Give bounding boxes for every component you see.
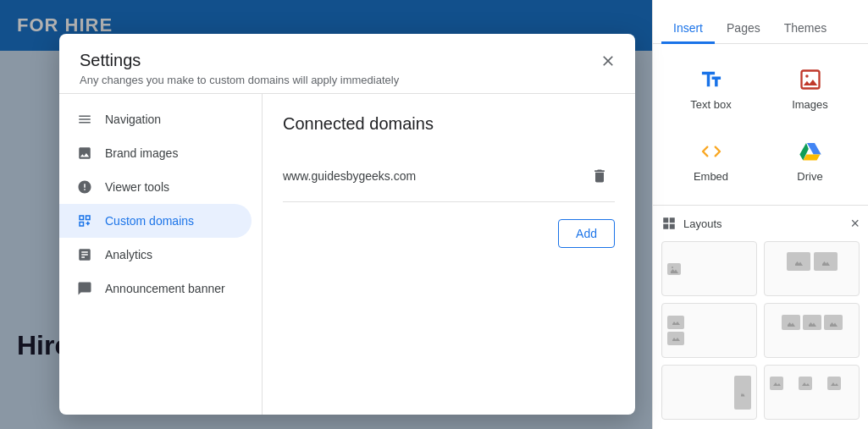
embed-label: Embed (694, 170, 728, 183)
insert-grid: Text box Images Embed (653, 44, 868, 205)
layouts-close-button[interactable]: × (850, 216, 860, 231)
images-icon (797, 66, 824, 93)
svg-point-1 (805, 74, 809, 78)
custom-domains-label: Custom domains (105, 214, 194, 228)
insert-text-box[interactable]: Text box (661, 52, 760, 124)
brand-images-label: Brand images (105, 146, 178, 160)
svg-rect-0 (801, 71, 819, 89)
sidebar-item-navigation[interactable]: Navigation (59, 102, 252, 136)
text-box-icon (698, 66, 725, 93)
domain-row: www.guidesbygeeks.com (283, 151, 615, 202)
layout-img-4a (782, 315, 800, 330)
layout-card-5[interactable] (661, 365, 757, 420)
sidebar-item-brand-images[interactable]: Brand images (59, 136, 252, 170)
modal-close-button[interactable] (594, 47, 622, 74)
sidebar-item-viewer-tools[interactable]: Viewer tools (59, 170, 252, 204)
navigation-label: Navigation (105, 113, 161, 126)
layouts-title: Layouts (661, 216, 722, 231)
images-label: Images (792, 98, 828, 111)
settings-modal: Settings Any changes you make to custom … (59, 34, 635, 415)
viewer-tools-label: Viewer tools (105, 180, 169, 194)
layout-img-3a (667, 316, 684, 329)
layout-img-1 (667, 263, 681, 275)
drive-label: Drive (797, 170, 822, 183)
layout-img-2b (814, 252, 838, 271)
layout-img-4b (803, 315, 821, 330)
content-title: Connected domains (283, 114, 615, 134)
modal-body: Navigation Brand images Viewer tools (59, 94, 635, 415)
tab-pages[interactable]: Pages (715, 14, 772, 44)
announcement-banner-label: Announcement banner (105, 282, 225, 295)
layout-img-6b (799, 377, 812, 390)
layout-img-4c (824, 315, 843, 330)
layouts-header: Layouts × (661, 211, 860, 236)
layout-card-2[interactable] (764, 241, 860, 296)
navigation-icon (76, 111, 93, 128)
brand-images-icon (76, 145, 93, 162)
drive-icon (797, 138, 824, 165)
layout-img-6c (827, 377, 841, 390)
custom-domains-icon (76, 212, 93, 229)
analytics-icon (76, 246, 93, 263)
layouts-grid (661, 236, 860, 420)
modal-content-area: Connected domains www.guidesbygeeks.com … (263, 94, 635, 415)
text-box-label: Text box (690, 98, 731, 111)
layout-img-5 (734, 376, 751, 410)
delete-domain-button[interactable] (584, 161, 615, 191)
modal-title: Settings (80, 51, 615, 70)
sidebar-item-announcement-banner[interactable]: Announcement banner (59, 272, 252, 305)
layout-img-3b (667, 332, 684, 345)
viewer-tools-icon (76, 179, 93, 195)
layout-card-4[interactable] (764, 303, 860, 358)
layouts-section: Layouts × (653, 205, 868, 425)
right-panel: Insert Pages Themes Text box (652, 0, 868, 429)
layout-card-1[interactable] (661, 241, 757, 296)
svg-point-2 (672, 267, 673, 268)
tabs-bar: Insert Pages Themes (653, 0, 868, 44)
embed-icon (698, 138, 725, 165)
tab-themes[interactable]: Themes (772, 14, 839, 44)
tab-insert[interactable]: Insert (661, 14, 715, 44)
domain-text: www.guidesbygeeks.com (283, 169, 416, 183)
insert-images[interactable]: Images (760, 52, 860, 124)
sidebar-item-custom-domains[interactable]: Custom domains (59, 204, 252, 238)
announcement-banner-icon (76, 280, 93, 297)
layout-card-3[interactable] (661, 303, 757, 358)
sidebar-item-analytics[interactable]: Analytics (59, 238, 252, 272)
add-domain-row: Add (283, 219, 615, 248)
layout-img-6a (770, 377, 783, 390)
modal-sidebar: Navigation Brand images Viewer tools (59, 94, 263, 415)
insert-drive[interactable]: Drive (760, 124, 860, 196)
layouts-icon (661, 216, 677, 231)
add-domain-button[interactable]: Add (558, 219, 615, 248)
analytics-label: Analytics (105, 248, 152, 261)
modal-subtitle: Any changes you make to custom domains w… (80, 74, 615, 86)
layout-img-2a (787, 252, 810, 271)
modal-header: Settings Any changes you make to custom … (59, 34, 635, 94)
insert-embed[interactable]: Embed (661, 124, 760, 196)
layout-card-6[interactable] (764, 365, 860, 420)
